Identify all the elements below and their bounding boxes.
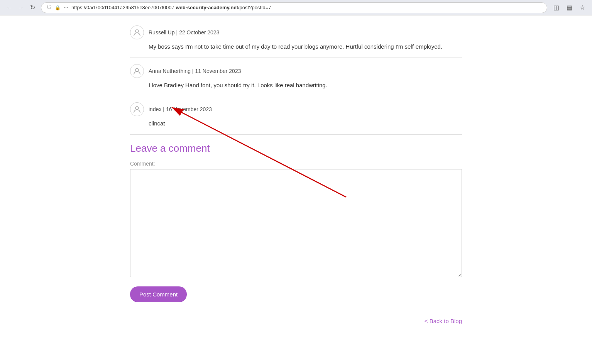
shield-icon: 🛡 (47, 5, 52, 10)
comment-author: index (149, 106, 161, 112)
comment-body: clincat (130, 119, 462, 128)
url-text: https://0ad700d10441a295815e8ee7007f0007… (71, 5, 541, 10)
qr-button[interactable]: ◫ (551, 3, 561, 13)
comment-date: 16 November 2023 (166, 106, 212, 112)
comment-body: My boss says I'm not to take time out of… (130, 42, 462, 51)
back-button[interactable]: ← (5, 3, 14, 12)
lock-icon: 🔒 (55, 5, 61, 10)
svg-point-4 (135, 107, 139, 110)
leave-comment-section: Leave a comment Comment: Post Comment (130, 135, 462, 310)
comment-meta: index | 16 November 2023 (149, 106, 212, 112)
nav-buttons: ← → ↻ (5, 3, 37, 12)
comment-textarea[interactable] (130, 169, 462, 277)
comment-item: Anna Nutherthing | 11 November 2023 I lo… (130, 58, 462, 97)
avatar (130, 102, 144, 116)
comment-date: 22 October 2023 (179, 29, 219, 36)
comment-label: Comment: (130, 161, 462, 167)
post-comment-button[interactable]: Post Comment (130, 286, 187, 302)
tune-icon: ⋅⋅⋅ (64, 5, 68, 10)
comment-header: Anna Nutherthing | 11 November 2023 (130, 64, 462, 78)
url-suffix: /post?postId=7 (238, 5, 271, 10)
comment-item: Russell Up | 22 October 2023 My boss say… (130, 19, 462, 58)
page-content: Russell Up | 22 October 2023 My boss say… (122, 15, 470, 336)
url-domain: web-security-academy.net (176, 5, 238, 10)
reload-button[interactable]: ↻ (28, 3, 37, 12)
bookmark-button[interactable]: ☆ (577, 3, 587, 13)
url-prefix: https://0ad700d10441a295815e8ee7007f0007… (71, 5, 176, 10)
comment-date: 11 November 2023 (195, 68, 241, 74)
comment-meta: Russell Up | 22 October 2023 (149, 29, 219, 36)
comment-meta: Anna Nutherthing | 11 November 2023 (149, 68, 241, 74)
svg-point-2 (135, 30, 139, 33)
comment-item: index | 16 November 2023 clincat (130, 96, 462, 135)
browser-actions: ◫ ▤ ☆ (551, 3, 587, 13)
comment-header: Russell Up | 22 October 2023 (130, 25, 462, 39)
svg-point-3 (135, 68, 139, 71)
browser-chrome: ← → ↻ 🛡 🔒 ⋅⋅⋅ https://0ad700d10441a29581… (0, 0, 592, 15)
avatar (130, 64, 144, 78)
comment-author: Russell Up (149, 29, 175, 36)
back-to-blog-link[interactable]: < Back to Blog (425, 318, 462, 324)
back-to-blog-container: < Back to Blog (130, 310, 462, 336)
forward-button[interactable]: → (16, 3, 25, 12)
comment-body: I love Bradley Hand font, you should try… (130, 81, 462, 90)
comments-list: Russell Up | 22 October 2023 My boss say… (130, 15, 462, 135)
comment-author: Anna Nutherthing (149, 68, 191, 74)
avatar (130, 25, 144, 39)
leave-comment-title: Leave a comment (130, 142, 462, 154)
address-bar[interactable]: 🛡 🔒 ⋅⋅⋅ https://0ad700d10441a295815e8ee7… (41, 2, 547, 13)
comment-header: index | 16 November 2023 (130, 102, 462, 116)
extensions-button[interactable]: ▤ (564, 3, 574, 13)
